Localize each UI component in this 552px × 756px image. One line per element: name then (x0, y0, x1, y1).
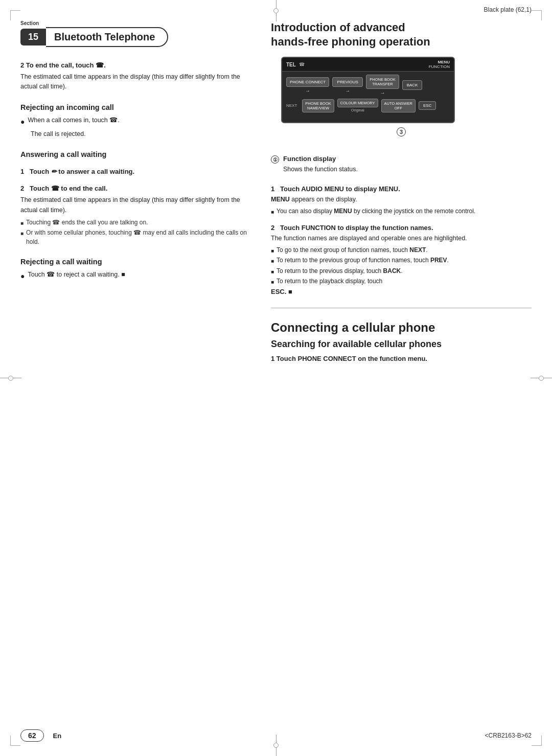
function-display-section: ① Function display Shows the function st… (271, 155, 532, 177)
section-divider (271, 308, 532, 308)
function-display-body: Shows the function status. (283, 165, 358, 174)
step1-bullet1: ■ You can also display MENU by clicking … (271, 207, 532, 216)
annotation-circle-1: ① (271, 155, 279, 164)
step2-bullet2: ■ To return to the previous group of fun… (271, 256, 532, 265)
square-icon5: ■ (271, 279, 274, 286)
rejecting-bullet-label: When a call comes in, touch (28, 117, 107, 124)
device-btn-phonebook-transfer: PHONE BOOKTRANSFER (366, 75, 399, 89)
answering-small-bullet1: ■ Touching ☎ ends the call you are talki… (20, 218, 256, 227)
rejecting-bullet: ● When a call comes in, touch ☎. (20, 116, 256, 127)
step1-heading: 1 Touch AUDIO MENU to display MENU. (271, 185, 532, 193)
footer-code: <CRB2163-B>62 (485, 732, 532, 739)
crosshair-left (0, 376, 21, 381)
annotation-circle: 3 (397, 127, 406, 136)
footer-left: 62 En (20, 729, 61, 742)
left-column: Section 15 Bluetooth Telephone 2 To end … (20, 20, 256, 365)
rejecting-waiting-bullet: ● Touch ☎ to reject a call waiting. ■ (20, 270, 256, 282)
answering-small-bullet2: ■ Or with some cellular phones, touching… (20, 228, 256, 246)
section-number: 15 (20, 29, 46, 45)
device-btn-previous: PREVIOUS (332, 77, 363, 87)
device-wrapper: TEL ☎ MENU FUNCTION PHONE CONNECT → (271, 57, 532, 136)
intro-heading: Introduction of advanced hands-free phon… (271, 20, 532, 49)
corner-mark-br (532, 736, 542, 746)
device-phone-icon: ☎ (299, 62, 305, 67)
answering-step1: 1 Touch ✏ to answer a call waiting. (20, 168, 256, 175)
page-number: 62 (20, 729, 44, 742)
step2-heading: 2 To end the call, touch ☎. (20, 61, 256, 69)
bullet-icon: ● (20, 117, 25, 127)
square-icon4: ■ (271, 268, 274, 276)
answering-body: The estimated call time appears in the d… (20, 195, 256, 215)
page-footer: 62 En <CRB2163-B>62 (20, 729, 532, 742)
device-display: TEL ☎ MENU FUNCTION PHONE CONNECT → (281, 57, 455, 123)
device-btn-phonebook-name: PHONE BOOKNAME/VIEW (302, 99, 334, 112)
page: Black plate (62,1) Section 15 Bluetooth … (0, 0, 552, 756)
crosshair-top (273, 0, 279, 21)
rejecting-body: The call is rejected. (31, 129, 256, 139)
rejecting-waiting-heading: Rejecting a call waiting (20, 258, 256, 266)
connecting-step1: 1 Touch PHONE CONNECT on the function me… (271, 355, 532, 362)
esc-label: ESC. ■ (271, 288, 532, 295)
device-buttons-row1: PHONE CONNECT → PREVIOUS → PHONE BOOKTRA… (282, 72, 454, 99)
rejecting-incoming-heading: Rejecting an incoming call (20, 103, 256, 111)
step2-body1: The function names are displayed and ope… (271, 234, 532, 243)
corner-mark-tl (10, 10, 20, 20)
square-icon1: ■ (271, 209, 274, 216)
phone-icon-reject: ☎. (109, 117, 119, 124)
square-icon3: ■ (271, 258, 274, 265)
device-annotation: 3 (271, 127, 532, 136)
device-arrow3: → (380, 90, 385, 96)
device-btn-phone-connect: PHONE CONNECT (286, 77, 329, 87)
step2-bullet3: ■ To return to the previous display, tou… (271, 267, 532, 276)
phone-end-icon: ☎ (96, 61, 104, 69)
plate-info: Black plate (62,1) (484, 6, 532, 13)
device-original-label: Original (351, 108, 364, 112)
step2-section: 2 Touch FUNCTION to display the function… (271, 224, 532, 295)
step2-body: The estimated call time appears in the d… (20, 72, 256, 92)
device-buttons-row2: NEXT PHONE BOOKNAME/VIEW COLOUR MEMORY O… (282, 99, 454, 116)
device-btn-colour-memory: COLOUR MEMORY (337, 99, 378, 107)
bullet-icon2: ● (20, 271, 25, 282)
square-icon2: ■ (271, 247, 274, 255)
device-btn-esc: ESC (419, 101, 436, 110)
device-menu-label: MENU (429, 60, 450, 64)
connecting-heading: Connecting a cellular phone (271, 320, 532, 335)
section-label: Section (20, 20, 168, 26)
step2-heading: 2 Touch FUNCTION to display the function… (271, 224, 532, 232)
corner-mark-bl (10, 736, 20, 746)
device-btn-back: BACK (402, 80, 423, 90)
section-header: Section 15 Bluetooth Telephone (20, 20, 256, 47)
step1-body1: MENU appears on the display. (271, 195, 532, 204)
device-function-label: FUNCTION (429, 64, 450, 69)
device-tel-label: TEL (286, 62, 296, 67)
answering-waiting-heading: Answering a call waiting (20, 150, 256, 158)
crosshair-right (531, 376, 552, 381)
device-arrow2: → (345, 88, 350, 94)
main-content: Section 15 Bluetooth Telephone 2 To end … (0, 20, 552, 365)
footer-lang: En (53, 732, 62, 740)
right-column: Introduction of advanced hands-free phon… (271, 20, 532, 365)
step2-bullet4: ■ To return to the playback display, tou… (271, 277, 532, 286)
connecting-subheading: Searching for available cellular phones (271, 339, 532, 350)
step2-bullet1: ■ To go to the next group of function na… (271, 246, 532, 255)
section-title: Bluetooth Telephone (46, 27, 168, 47)
device-top-bar: TEL ☎ MENU FUNCTION (282, 58, 454, 72)
device-btn-auto-answer: AUTO ANSWEROFF (381, 99, 416, 112)
step1-section: 1 Touch AUDIO MENU to display MENU. MENU… (271, 185, 532, 216)
device-arrow1: → (305, 88, 310, 94)
function-display-heading: Function display (283, 155, 358, 163)
corner-mark-tr (532, 10, 542, 20)
answering-step2: 2 Touch ☎ to end the call. (20, 185, 256, 192)
device-next-label: NEXT (286, 103, 297, 108)
